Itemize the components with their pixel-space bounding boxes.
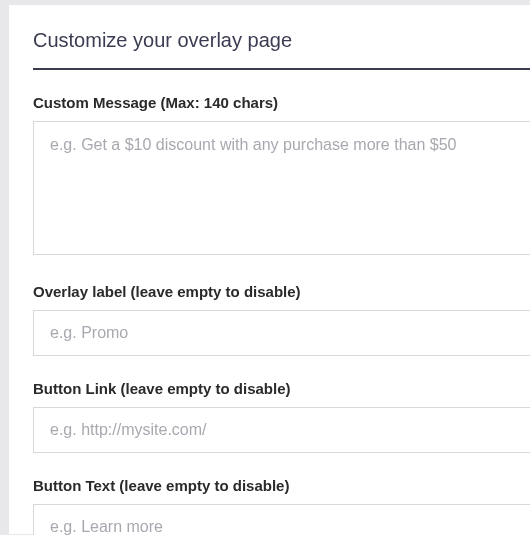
button-text-label: Button Text (leave empty to disable) xyxy=(33,477,530,494)
overlay-label-group: Overlay label (leave empty to disable) xyxy=(33,283,530,356)
button-link-label: Button Link (leave empty to disable) xyxy=(33,380,530,397)
overlay-settings-panel: Customize your overlay page Custom Messa… xyxy=(8,4,530,535)
heading-underline xyxy=(33,68,530,70)
panel-heading: Customize your overlay page xyxy=(33,29,530,52)
button-text-input[interactable] xyxy=(33,504,530,535)
custom-message-input[interactable] xyxy=(33,121,530,255)
button-text-group: Button Text (leave empty to disable) xyxy=(33,477,530,535)
custom-message-label: Custom Message (Max: 140 chars) xyxy=(33,94,530,111)
overlay-label-input[interactable] xyxy=(33,310,530,356)
button-link-group: Button Link (leave empty to disable) xyxy=(33,380,530,453)
custom-message-group: Custom Message (Max: 140 chars) xyxy=(33,94,530,259)
button-link-input[interactable] xyxy=(33,407,530,453)
overlay-label-label: Overlay label (leave empty to disable) xyxy=(33,283,530,300)
